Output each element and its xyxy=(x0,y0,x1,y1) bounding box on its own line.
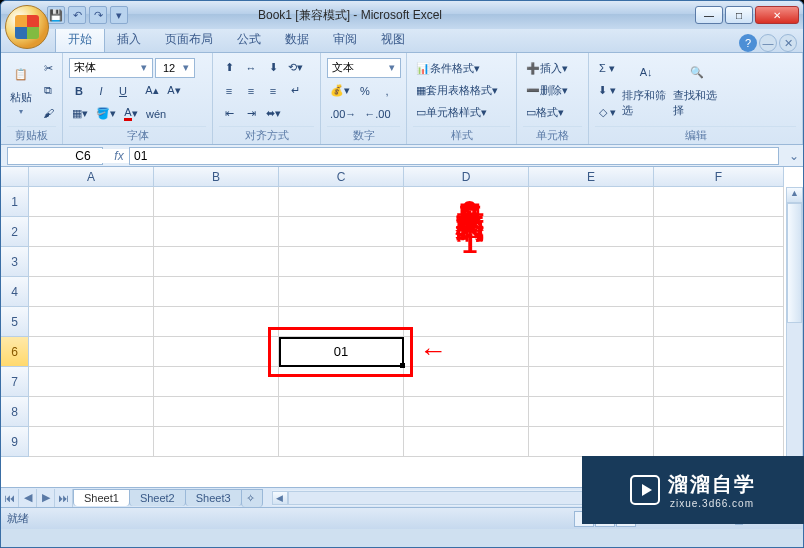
col-header-d[interactable]: D xyxy=(404,167,529,187)
increase-font-button[interactable]: A▴ xyxy=(142,81,162,101)
cell[interactable] xyxy=(29,367,154,397)
col-header-b[interactable]: B xyxy=(154,167,279,187)
cell[interactable] xyxy=(279,367,404,397)
align-center-button[interactable]: ≡ xyxy=(241,81,261,101)
underline-button[interactable]: U xyxy=(113,81,133,101)
cell[interactable] xyxy=(529,187,654,217)
cell[interactable] xyxy=(154,427,279,457)
cell[interactable] xyxy=(529,217,654,247)
formula-input[interactable] xyxy=(129,147,779,165)
cell[interactable] xyxy=(404,337,529,367)
cell[interactable] xyxy=(154,397,279,427)
new-sheet-button[interactable]: ✧ xyxy=(241,489,263,507)
cell[interactable] xyxy=(29,427,154,457)
cell[interactable] xyxy=(279,307,404,337)
cell[interactable] xyxy=(29,247,154,277)
row-header[interactable]: 6 xyxy=(1,337,29,367)
tab-review[interactable]: 审阅 xyxy=(321,27,369,52)
minimize-ribbon-icon[interactable]: — xyxy=(759,34,777,52)
border-button[interactable]: ▦▾ xyxy=(69,104,91,124)
vertical-scrollbar[interactable]: ▲ ▼ xyxy=(786,187,803,487)
cell[interactable] xyxy=(154,217,279,247)
fill-button[interactable]: ⬇ ▾ xyxy=(595,81,619,101)
minimize-button[interactable]: — xyxy=(695,6,723,24)
currency-button[interactable]: 💰▾ xyxy=(327,81,353,101)
qat-undo-icon[interactable]: ↶ xyxy=(68,6,86,24)
wrap-text-button[interactable]: ↵ xyxy=(285,81,305,101)
cell[interactable] xyxy=(404,397,529,427)
cell[interactable] xyxy=(529,397,654,427)
merge-button[interactable]: ⬌▾ xyxy=(263,104,284,124)
cell[interactable] xyxy=(404,307,529,337)
row-header[interactable]: 9 xyxy=(1,427,29,457)
close-button[interactable]: ✕ xyxy=(755,6,799,24)
clear-button[interactable]: ◇ ▾ xyxy=(595,103,619,123)
scroll-up-icon[interactable]: ▲ xyxy=(786,187,803,203)
decrease-decimal-button[interactable]: ←.00 xyxy=(361,104,393,124)
phonetic-button[interactable]: wén xyxy=(143,104,169,124)
align-top-button[interactable]: ⬆ xyxy=(219,58,239,78)
sheet-nav-last-icon[interactable]: ⏭ xyxy=(55,489,73,507)
fill-color-button[interactable]: 🪣▾ xyxy=(93,104,119,124)
cell[interactable] xyxy=(29,337,154,367)
row-header[interactable]: 8 xyxy=(1,397,29,427)
cell[interactable] xyxy=(279,397,404,427)
cell[interactable] xyxy=(154,247,279,277)
comma-button[interactable]: , xyxy=(377,81,397,101)
align-middle-button[interactable]: ↔ xyxy=(241,58,261,78)
col-header-e[interactable]: E xyxy=(529,167,654,187)
align-right-button[interactable]: ≡ xyxy=(263,81,283,101)
cell[interactable] xyxy=(404,217,529,247)
cut-button[interactable]: ✂ xyxy=(38,59,58,79)
cell[interactable] xyxy=(654,337,784,367)
cell[interactable] xyxy=(154,337,279,367)
cell[interactable] xyxy=(654,187,784,217)
qat-save-icon[interactable]: 💾 xyxy=(47,6,65,24)
cell[interactable] xyxy=(154,187,279,217)
autosum-button[interactable]: Σ ▾ xyxy=(595,59,619,79)
cell[interactable] xyxy=(154,307,279,337)
increase-indent-button[interactable]: ⇥ xyxy=(241,104,261,124)
format-as-table-button[interactable]: ▦ 套用表格格式 ▾ xyxy=(413,81,513,101)
format-painter-button[interactable]: 🖌 xyxy=(38,103,58,123)
number-format-combo[interactable]: 文本▾ xyxy=(327,58,401,78)
cell[interactable] xyxy=(279,427,404,457)
select-all-button[interactable] xyxy=(1,167,29,187)
increase-decimal-button[interactable]: .00→ xyxy=(327,104,359,124)
scroll-left-icon[interactable]: ◀ xyxy=(272,491,288,505)
tab-formulas[interactable]: 公式 xyxy=(225,27,273,52)
cell[interactable] xyxy=(29,277,154,307)
cell[interactable] xyxy=(654,307,784,337)
sheet-nav-first-icon[interactable]: ⏮ xyxy=(1,489,19,507)
conditional-format-button[interactable]: 📊 条件格式 ▾ xyxy=(413,59,513,79)
cell[interactable] xyxy=(154,367,279,397)
cell[interactable] xyxy=(29,217,154,247)
percent-button[interactable]: % xyxy=(355,81,375,101)
cell[interactable] xyxy=(279,187,404,217)
cell[interactable] xyxy=(529,367,654,397)
maximize-button[interactable]: □ xyxy=(725,6,753,24)
cell[interactable] xyxy=(279,247,404,277)
cell[interactable] xyxy=(529,307,654,337)
delete-cells-button[interactable]: ➖ 删除 ▾ xyxy=(523,81,585,101)
sheet-tab-3[interactable]: Sheet3 xyxy=(185,489,242,506)
sheet-tab-2[interactable]: Sheet2 xyxy=(129,489,186,506)
format-cells-button[interactable]: ▭ 格式 ▾ xyxy=(523,103,585,123)
close-workbook-icon[interactable]: ✕ xyxy=(779,34,797,52)
cell[interactable] xyxy=(529,427,654,457)
cell[interactable] xyxy=(29,307,154,337)
find-select-button[interactable]: 🔍 查找和选择 xyxy=(673,55,721,121)
row-header[interactable]: 7 xyxy=(1,367,29,397)
cell[interactable] xyxy=(404,367,529,397)
align-left-button[interactable]: ≡ xyxy=(219,81,239,101)
qat-customize-icon[interactable]: ▾ xyxy=(110,6,128,24)
cell[interactable] xyxy=(279,217,404,247)
tab-layout[interactable]: 页面布局 xyxy=(153,27,225,52)
row-header[interactable]: 3 xyxy=(1,247,29,277)
sheet-tab-1[interactable]: Sheet1 xyxy=(73,489,130,506)
help-icon[interactable]: ? xyxy=(739,34,757,52)
row-header[interactable]: 5 xyxy=(1,307,29,337)
insert-cells-button[interactable]: ➕ 插入 ▾ xyxy=(523,59,585,79)
expand-formula-icon[interactable]: ⌄ xyxy=(785,149,803,163)
col-header-a[interactable]: A xyxy=(29,167,154,187)
